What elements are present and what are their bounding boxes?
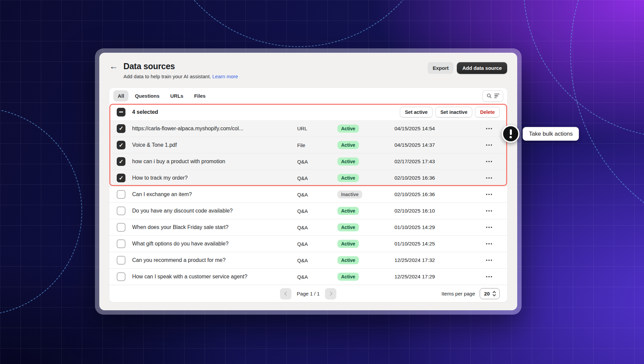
row-actions-menu-icon[interactable]	[478, 126, 500, 131]
tab-urls[interactable]: URLs	[166, 90, 188, 101]
row-checkbox[interactable]	[117, 223, 125, 232]
row-date: 04/15/2025 14:37	[394, 142, 472, 148]
page-subtitle: Add data to help train your AI assistant…	[123, 74, 238, 79]
table-row[interactable]: What gift options do you have available?…	[109, 235, 507, 252]
row-checkbox[interactable]	[117, 272, 125, 281]
previous-page-button[interactable]	[280, 288, 291, 300]
row-actions-menu-icon[interactable]	[478, 258, 500, 263]
row-actions-menu-icon[interactable]	[478, 192, 500, 197]
row-status-badge: Active	[337, 141, 359, 149]
table-row[interactable]: Do you have any discount code available?…	[109, 202, 507, 219]
table-row[interactable]: How can I speak with a customer service …	[109, 268, 507, 285]
row-name: Can I exchange an item?	[132, 191, 290, 197]
page-title: Data sources	[123, 61, 238, 71]
row-name: Do you have any discount code available?	[132, 208, 290, 214]
row-checkbox[interactable]	[117, 190, 125, 199]
items-per-page-value: 20	[484, 291, 490, 297]
row-checkbox[interactable]	[117, 256, 125, 265]
row-status-badge: Active	[337, 256, 359, 264]
tabs-bar: AllQuestionsURLsFiles	[109, 88, 507, 104]
unselected-rows: Can I exchange an item? Q&A Inactive 02/…	[109, 186, 507, 285]
row-type: URL	[297, 126, 331, 131]
select-all-checkbox[interactable]	[117, 108, 125, 117]
chevron-left-icon	[284, 291, 288, 296]
row-name: How can I speak with a customer service …	[132, 274, 290, 280]
row-actions-menu-icon[interactable]	[478, 159, 500, 164]
row-actions-menu-icon[interactable]	[478, 142, 500, 148]
row-name: how can i buy a product with promotion	[132, 158, 290, 165]
row-type: Q&A	[297, 258, 331, 263]
row-actions-menu-icon[interactable]	[478, 274, 500, 279]
row-checkbox[interactable]	[117, 124, 125, 133]
row-actions-menu-icon[interactable]	[478, 175, 500, 181]
row-actions-menu-icon[interactable]	[478, 208, 500, 214]
row-checkbox[interactable]	[117, 141, 125, 149]
delete-button[interactable]: Delete	[475, 107, 500, 118]
row-date: 01/10/2025 14:25	[394, 241, 472, 247]
table-footer: Page 1 / 1 Items per page 20	[109, 285, 507, 302]
next-page-button[interactable]	[325, 288, 336, 300]
row-name: Voice & Tone 1.pdf	[132, 142, 290, 148]
export-button[interactable]: Export	[428, 62, 454, 74]
row-name: What gift options do you have available?	[132, 241, 290, 247]
table-row[interactable]: How to track my order? Q&A Active 02/10/…	[109, 170, 507, 186]
row-checkbox[interactable]	[117, 157, 125, 166]
row-checkbox[interactable]	[117, 207, 125, 215]
row-date: 02/17/2025 17:43	[394, 158, 472, 165]
add-data-source-button[interactable]: Add data source	[457, 62, 507, 74]
row-status-badge: Active	[337, 240, 359, 248]
tab-files[interactable]: Files	[190, 90, 210, 101]
row-status-badge: Active	[337, 273, 359, 281]
row-status-badge: Inactive	[337, 190, 362, 198]
table-row[interactable]: https://carla-flower-alpaca.myshopify.co…	[109, 120, 507, 137]
row-name: When does your Black Friday sale start?	[132, 224, 290, 230]
chevron-right-icon	[328, 291, 332, 296]
row-name: How to track my order?	[132, 175, 290, 181]
glass-frame: ← Data sources Add data to help train yo…	[95, 48, 522, 315]
row-status-badge: Active	[337, 157, 359, 166]
learn-more-link[interactable]: Learn more	[212, 74, 238, 79]
select-arrows-icon	[493, 291, 495, 296]
row-name: https://carla-flower-alpaca.myshopify.co…	[132, 126, 290, 132]
selected-rows-group: 4 selected Set active Set inactive Delet…	[109, 104, 507, 186]
table-row[interactable]: Can I exchange an item? Q&A Inactive 02/…	[109, 186, 507, 202]
row-status-badge: Active	[337, 223, 359, 231]
row-checkbox[interactable]	[117, 239, 125, 248]
row-actions-menu-icon[interactable]	[478, 241, 500, 246]
row-status-badge: Active	[337, 207, 359, 215]
row-date: 02/10/2025 16:36	[394, 175, 472, 181]
row-type: Q&A	[297, 208, 331, 214]
row-actions-menu-icon[interactable]	[478, 225, 500, 230]
set-active-button[interactable]: Set active	[400, 107, 433, 118]
table-row[interactable]: Voice & Tone 1.pdf File Active 04/15/202…	[109, 137, 507, 153]
table-row[interactable]: Can you recommend a product for me? Q&A …	[109, 252, 507, 268]
row-status-badge: Active	[337, 125, 359, 133]
tab-questions[interactable]: Questions	[130, 90, 164, 101]
row-type: Q&A	[297, 225, 331, 230]
table-row[interactable]: how can i buy a product with promotion Q…	[109, 153, 507, 170]
selected-rows: https://carla-flower-alpaca.myshopify.co…	[109, 120, 507, 186]
back-arrow-icon[interactable]: ←	[109, 62, 118, 79]
row-type: File	[297, 142, 331, 148]
row-date: 01/10/2025 14:29	[394, 224, 472, 230]
row-date: 12/25/2024 17:32	[394, 257, 472, 263]
search-and-filter-button[interactable]	[482, 90, 503, 102]
bulk-actions-bar: 4 selected Set active Set inactive Delet…	[109, 104, 507, 120]
data-sources-panel: ← Data sources Add data to help train yo…	[99, 53, 517, 310]
items-per-page-select[interactable]: 20	[480, 288, 500, 299]
bulk-actions-tooltip: Take bulk actions	[523, 127, 579, 141]
row-type: Q&A	[297, 241, 331, 247]
data-sources-table: AllQuestionsURLsFiles 4 selected Set act…	[109, 88, 507, 302]
row-type: Q&A	[297, 274, 331, 280]
row-type: Q&A	[297, 192, 331, 197]
tabs: AllQuestionsURLsFiles	[113, 90, 210, 101]
row-type: Q&A	[297, 175, 331, 181]
set-inactive-button[interactable]: Set inactive	[435, 107, 473, 118]
tab-all[interactable]: All	[113, 90, 128, 101]
table-row[interactable]: When does your Black Friday sale start? …	[109, 219, 507, 235]
panel-header: ← Data sources Add data to help train yo…	[109, 61, 507, 79]
search-icon	[486, 93, 492, 99]
row-checkbox[interactable]	[117, 174, 125, 182]
alert-exclamation-icon[interactable]	[502, 125, 520, 143]
row-date: 02/10/2025 16:36	[394, 191, 472, 197]
